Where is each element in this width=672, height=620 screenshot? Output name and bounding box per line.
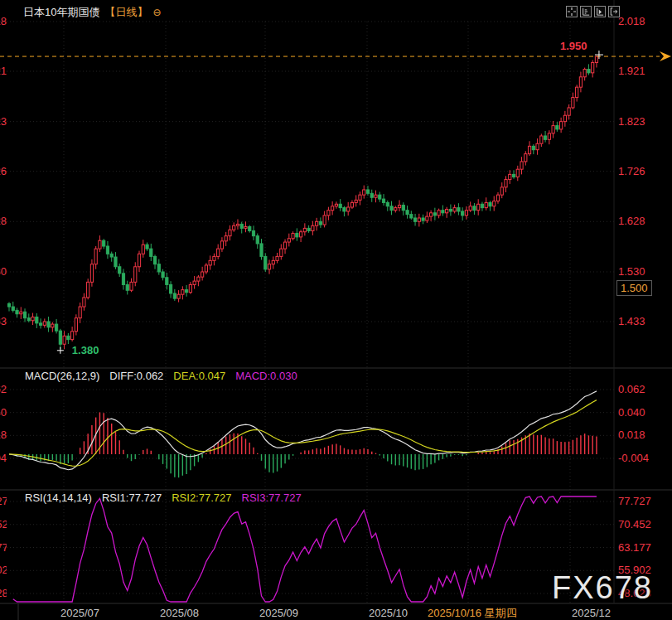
price-axis-label-left: 1.433: [0, 315, 7, 327]
price-axis-label: 1.726: [618, 165, 645, 177]
rsi-axis-label-left: 55.902: [0, 564, 7, 576]
rsi2-value: RSI2:77.727: [172, 492, 231, 504]
macd-axis-label: 0.040: [618, 406, 645, 419]
rsi-axis-label: 70.452: [618, 518, 651, 530]
price-axis-label: 1.823: [618, 115, 645, 128]
collapse-indicator-icon[interactable]: ⊖: [152, 7, 161, 18]
time-axis[interactable]: [0, 606, 672, 620]
high-price-marker: 1.950: [560, 40, 587, 52]
trading-chart-app: 日本10年期国债【日线】⊖ 2.0182.0181.9211.9211.8231…: [0, 0, 672, 620]
rsi-axis-label-left: 70.452: [0, 518, 7, 530]
price-axis-label: 1.433: [618, 315, 645, 327]
rsi-axis-label: 63.177: [618, 541, 651, 554]
price-axis-label: 1.921: [618, 65, 645, 77]
macd-name-label: MACD(26,12,9): [25, 370, 99, 382]
price-scale-icon[interactable]: [580, 6, 592, 17]
price-axis-label-left: 1.823: [0, 115, 7, 128]
instrument-title: 日本10年期国债: [23, 6, 99, 18]
rsi1-value: RSI1:77.727: [102, 492, 162, 504]
macd-axis-label-left: 0.062: [0, 383, 7, 395]
macd-axis-label: 0.062: [618, 383, 645, 395]
chart-toolbar: [566, 6, 620, 17]
current-price-arrow-icon: [660, 51, 671, 61]
macd-axis-label: 0.018: [618, 429, 645, 441]
price-axis-label-left: 1.726: [0, 165, 7, 177]
macd-dea-value: DEA:0.047: [173, 370, 225, 382]
timeframe-label: 【日线】: [104, 6, 147, 18]
go-to-latest-icon[interactable]: [608, 6, 620, 17]
rsi-name-label: RSI(14,14,14): [25, 492, 92, 504]
rsi-axis-label-left: 48.628: [0, 587, 7, 599]
macd-axis-label-left: 0.018: [0, 429, 7, 441]
crosshair-date-label: 2025/10/16 星期四: [424, 606, 520, 620]
macd-indicator-row: MACD(26,12,9)DIFF:0.062DEA:0.047MACD:0.0…: [25, 370, 307, 382]
chart-canvas[interactable]: [0, 0, 672, 620]
price-axis-label: 1.530: [618, 265, 645, 278]
watermark: FX678: [552, 570, 653, 606]
rsi-axis-label-left: 77.727: [0, 495, 7, 507]
price-axis-label-left: 1.921: [0, 65, 7, 77]
price-axis-label: 2.018: [618, 15, 645, 27]
price-axis-label-left: 1.628: [0, 215, 7, 227]
rsi3-value: RSI3:77.727: [242, 492, 302, 504]
price-axis-label: 1.628: [618, 215, 645, 227]
low-price-marker: 1.380: [72, 344, 99, 356]
macd-axis-label-left: -0.004: [0, 452, 7, 464]
chart-title-bar: 日本10年期国债【日线】⊖: [23, 5, 162, 20]
macd-diff-value: DIFF:0.062: [109, 370, 163, 382]
auto-scale-icon[interactable]: [594, 6, 606, 17]
rsi-indicator-row: RSI(14,14,14)RSI1:77.727RSI2:77.727RSI3:…: [25, 492, 312, 504]
rsi-axis-label: 77.727: [618, 495, 651, 507]
price-level-box[interactable]: 1.500: [616, 280, 652, 296]
price-axis-label-left: 2.018: [0, 15, 7, 27]
macd-axis-label: -0.004: [618, 452, 649, 464]
macd-axis-label-left: 0.040: [0, 406, 7, 419]
macd-macd-value: MACD:0.030: [235, 370, 297, 382]
rsi-axis-label-left: 63.177: [0, 541, 7, 554]
price-axis-label-left: 1.530: [0, 265, 7, 278]
crosshair-move-icon[interactable]: [566, 6, 578, 17]
